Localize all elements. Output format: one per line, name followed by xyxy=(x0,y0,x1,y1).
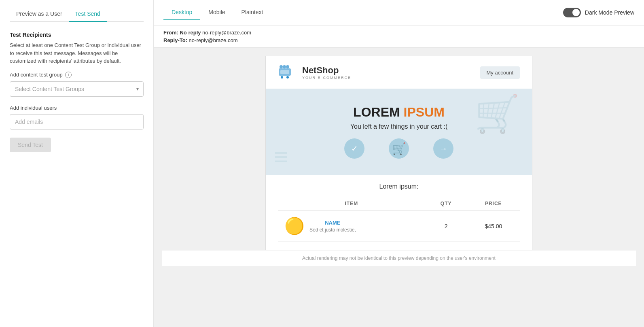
tab-plaintext[interactable]: Plaintext xyxy=(233,5,271,20)
tab-test-send[interactable]: Test Send xyxy=(69,6,107,22)
email-frame: NetShop YOUR E-COMMERCE My account 🛒 ≡ L… xyxy=(265,56,532,250)
reply-to-line: Reply-To: no-reply@braze.com xyxy=(163,37,634,43)
product-details: NAME Sed et justo molestie, xyxy=(309,220,356,233)
logo-text-area: NetShop YOUR E-COMMERCE xyxy=(302,65,351,80)
toggle-knob xyxy=(572,9,580,16)
from-line: From: No reply no-reply@braze.com xyxy=(163,30,634,36)
from-label: From: xyxy=(163,30,178,36)
right-panel-header: Desktop Mobile Plaintext Dark Mode Previ… xyxy=(154,0,644,25)
hero-checkmark-icon: ✓ xyxy=(344,138,364,159)
table-header-price: PRICE xyxy=(467,197,520,211)
info-icon[interactable]: i xyxy=(65,72,72,78)
send-test-button[interactable]: Send Test xyxy=(10,138,51,152)
dark-mode-label: Dark Mode Preview xyxy=(585,9,634,16)
content-test-group-select[interactable]: Select Content Test Groups xyxy=(10,81,144,97)
lorem-label: Lorem ipsum: xyxy=(278,183,520,190)
logo-area: NetShop YOUR E-COMMERCE xyxy=(278,64,351,81)
hero-title-text: LOREM xyxy=(353,105,403,119)
add-content-test-group-label: Add content test group xyxy=(10,72,63,78)
dark-mode-toggle[interactable] xyxy=(563,8,581,17)
add-individual-users-label-row: Add individual users xyxy=(10,105,144,111)
hero-arrow-icon: → xyxy=(433,138,453,159)
svg-rect-4 xyxy=(280,70,289,74)
content-section: Lorem ipsum: ITEM QTY PRICE xyxy=(266,175,532,250)
product-cell: 🟡 NAME Sed et justo molestie, xyxy=(278,211,425,242)
my-account-button[interactable]: My account xyxy=(480,66,520,79)
hero-bg-decorative: ≡ xyxy=(274,143,288,171)
left-tabs: Preview as a User Test Send xyxy=(10,6,144,22)
right-panel: Desktop Mobile Plaintext Dark Mode Previ… xyxy=(154,0,644,327)
svg-point-1 xyxy=(283,65,286,68)
logo-sub: YOUR E-COMMERCE xyxy=(302,76,351,80)
email-preview-area: NetShop YOUR E-COMMERCE My account 🛒 ≡ L… xyxy=(154,48,644,327)
logo-name: NetShop xyxy=(302,65,339,75)
hero-title: LOREM IPSUM xyxy=(353,105,445,120)
svg-point-5 xyxy=(281,76,283,79)
table-header-row: ITEM QTY PRICE xyxy=(278,197,520,211)
hero-cart-icon: 🛒 xyxy=(389,138,409,159)
left-panel: Preview as a User Test Send Test Recipie… xyxy=(0,0,154,327)
content-test-group-select-wrapper: Select Content Test Groups ▾ xyxy=(10,81,144,97)
footer-note: Actual rendering may not be identical to… xyxy=(162,250,636,266)
hero-icons-row: ✓ 🛒 → xyxy=(344,138,453,159)
product-description: Sed et justo molestie, xyxy=(309,227,356,233)
svg-point-0 xyxy=(280,65,283,68)
tab-desktop[interactable]: Desktop xyxy=(163,5,200,20)
product-qty: 2 xyxy=(425,211,467,242)
hero-subtitle: You left a few things in your cart :( xyxy=(350,123,447,130)
dark-mode-toggle-area: Dark Mode Preview xyxy=(563,8,634,17)
product-bag-icon: 🟡 xyxy=(284,217,305,236)
product-price: $45.00 xyxy=(467,211,520,242)
netshop-logo-icon xyxy=(278,64,298,81)
product-info: 🟡 NAME Sed et justo molestie, xyxy=(284,217,419,236)
add-content-test-group-label-row: Add content test group i xyxy=(10,72,144,78)
from-name: No reply xyxy=(180,30,201,36)
test-recipients-description: Select at least one Content Test Group o… xyxy=(10,41,144,65)
reply-to-email: no-reply@braze.com xyxy=(189,37,238,43)
email-header-bar: NetShop YOUR E-COMMERCE My account xyxy=(266,56,532,89)
table-header-qty: QTY xyxy=(425,197,467,211)
hero-title-orange: IPSUM xyxy=(404,105,445,119)
product-table: ITEM QTY PRICE 🟡 xyxy=(278,197,520,242)
add-individual-users-label: Add individual users xyxy=(10,105,57,111)
from-email: no-reply@braze.com xyxy=(202,30,251,36)
hero-section: 🛒 ≡ LOREM IPSUM You left a few things in… xyxy=(266,89,532,175)
svg-point-6 xyxy=(286,76,289,79)
svg-point-2 xyxy=(286,65,289,68)
product-name: NAME xyxy=(309,220,356,226)
tab-mobile[interactable]: Mobile xyxy=(200,5,233,20)
test-recipients-title: Test Recipients xyxy=(10,32,144,38)
email-meta: From: No reply no-reply@braze.com Reply-… xyxy=(154,25,644,48)
preview-tabs: Desktop Mobile Plaintext xyxy=(163,5,271,20)
tab-preview-as-user[interactable]: Preview as a User xyxy=(10,6,69,22)
reply-to-label: Reply-To: xyxy=(163,37,187,43)
table-row: 🟡 NAME Sed et justo molestie, 2 $45.00 xyxy=(278,211,520,242)
hero-bg-cart-icon: 🛒 xyxy=(475,93,520,135)
add-emails-input[interactable] xyxy=(10,114,144,130)
table-header-item: ITEM xyxy=(278,197,425,211)
